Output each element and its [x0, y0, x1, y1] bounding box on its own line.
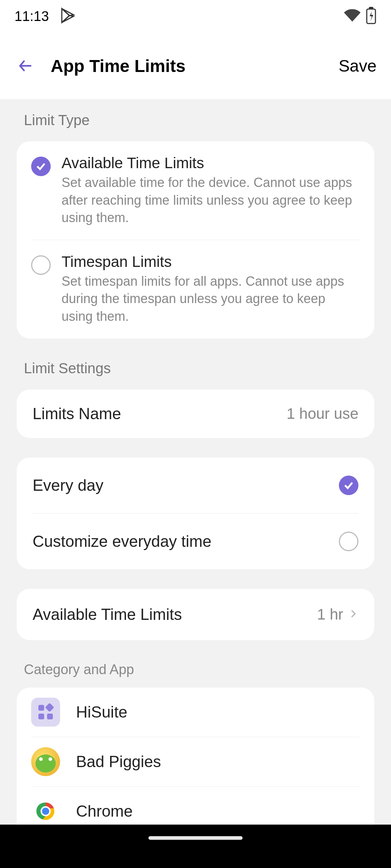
section-label-limit-type: Limit Type	[17, 112, 374, 128]
svg-rect-1	[369, 7, 373, 9]
radio-title: Available Time Limits	[62, 154, 360, 172]
radio-checked-icon	[31, 157, 51, 176]
check-off-icon	[339, 532, 358, 551]
gesture-nav-bar	[0, 825, 391, 846]
radio-desc: Set available time for the device. Canno…	[62, 174, 360, 227]
every-day-row[interactable]: Every day	[17, 458, 374, 513]
radio-title: Timespan Limits	[62, 253, 360, 271]
app-name: Bad Piggies	[76, 753, 161, 771]
play-store-icon	[60, 7, 76, 25]
customize-everyday-row[interactable]: Customize everyday time	[33, 513, 358, 569]
available-label: Available Time Limits	[33, 605, 182, 624]
app-list-card: HiSuite Bad Piggies Chrome Gmail	[17, 688, 374, 846]
section-label-limit-settings: Limit Settings	[17, 360, 374, 376]
wifi-icon	[343, 8, 361, 24]
radio-timespan-limits[interactable]: Timespan Limits Set timespan limits for …	[31, 240, 360, 339]
svg-rect-3	[38, 714, 44, 719]
app-name: HiSuite	[76, 703, 127, 721]
limit-type-card: Available Time Limits Set available time…	[17, 141, 374, 339]
limits-name-card[interactable]: Limits Name 1 hour use	[17, 390, 374, 438]
battery-charging-icon	[366, 7, 377, 26]
svg-rect-2	[38, 705, 44, 711]
schedule-card: Every day Customize everyday time	[17, 458, 374, 569]
available-value: 1 hr	[317, 606, 343, 623]
radio-available-time-limits[interactable]: Available Time Limits Set available time…	[17, 141, 374, 240]
svg-rect-5	[45, 703, 54, 712]
radio-desc: Set timespan limits for all apps. Cannot…	[62, 273, 360, 326]
status-time: 11:13	[14, 9, 49, 24]
app-row-hisuite[interactable]: HiSuite	[17, 688, 374, 737]
save-button[interactable]: Save	[339, 56, 377, 76]
chevron-right-icon	[348, 609, 358, 620]
chrome-icon	[31, 797, 60, 826]
limits-name-label: Limits Name	[33, 405, 121, 423]
app-row-bad-piggies[interactable]: Bad Piggies	[31, 737, 360, 786]
nav-pill-icon[interactable]	[148, 836, 243, 840]
every-day-label: Every day	[33, 476, 104, 494]
page-title: App Time Limits	[51, 56, 339, 76]
section-label-category-app: Category and App	[17, 662, 374, 677]
available-time-limits-row[interactable]: Available Time Limits 1 hr	[17, 589, 374, 640]
limits-name-value: 1 hour use	[287, 405, 358, 422]
bad-piggies-icon	[31, 747, 60, 776]
radio-unchecked-icon	[31, 255, 51, 275]
customize-label: Customize everyday time	[33, 532, 211, 550]
status-bar: 11:13	[0, 0, 391, 33]
check-on-icon	[339, 476, 358, 495]
app-name: Chrome	[76, 802, 133, 820]
app-bar: App Time Limits Save	[0, 33, 391, 99]
back-button[interactable]	[14, 55, 36, 77]
svg-rect-4	[47, 714, 53, 719]
hisuite-icon	[31, 698, 60, 727]
